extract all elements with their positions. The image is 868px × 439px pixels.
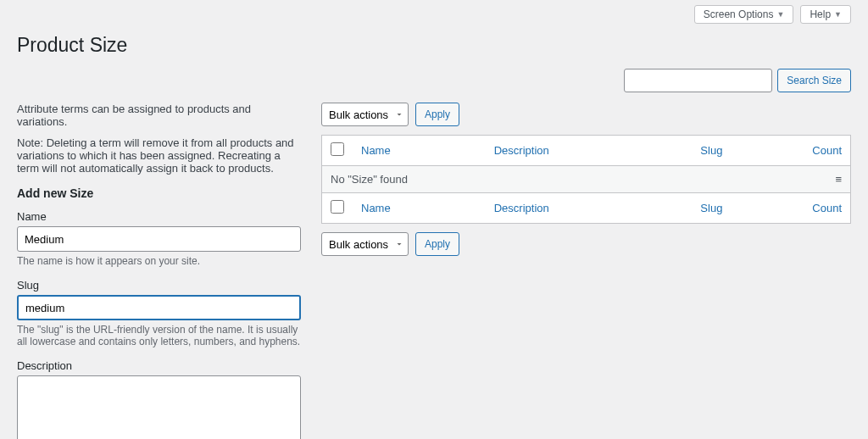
col-description-sort-bottom[interactable]: Description [494,202,549,214]
intro-text: Attribute terms can be assigned to produ… [17,103,301,128]
description-label: Description [17,359,301,372]
col-slug-sort-bottom[interactable]: Slug [700,202,722,214]
bulk-actions-bottom-select[interactable]: Bulk actions [321,232,409,256]
slug-input[interactable] [17,295,301,320]
note-text: Note: Deleting a term will remove it fro… [17,136,301,175]
apply-top-button[interactable]: Apply [415,103,459,126]
description-textarea[interactable] [17,375,301,439]
empty-row: No "Size" found ≡ [322,166,851,193]
page-title: Product Size [17,34,851,57]
select-all-top-checkbox[interactable] [331,142,344,156]
row-toggle-icon: ≡ [804,166,850,193]
col-count-sort-bottom[interactable]: Count [812,202,842,214]
empty-message: No "Size" found [322,166,804,193]
apply-bottom-button[interactable]: Apply [415,232,459,256]
search-size-button[interactable]: Search Size [777,69,851,92]
col-slug-sort[interactable]: Slug [700,144,722,157]
name-label: Name [17,210,301,223]
bulk-actions-top-select[interactable]: Bulk actions [321,103,409,126]
caret-down-icon: ▼ [776,10,784,19]
screen-options-label: Screen Options [704,8,774,20]
terms-table: Name Description Slug Count No "Size" fo… [321,135,851,224]
caret-down-icon: ▼ [834,10,842,19]
help-tab[interactable]: Help ▼ [800,5,851,24]
add-new-heading: Add new Size [17,186,301,200]
slug-label: Slug [17,279,301,292]
help-label: Help [810,8,831,20]
name-help: The name is how it appears on your site. [17,255,301,267]
col-description-sort[interactable]: Description [494,144,549,157]
col-count-sort[interactable]: Count [812,144,842,157]
name-input[interactable] [17,226,301,252]
col-name-sort-bottom[interactable]: Name [361,202,391,214]
select-all-bottom-checkbox[interactable] [331,200,344,214]
search-input[interactable] [624,69,772,92]
slug-help: The "slug" is the URL-friendly version o… [17,324,301,347]
col-name-sort[interactable]: Name [361,144,391,157]
screen-options-tab[interactable]: Screen Options ▼ [694,5,794,24]
